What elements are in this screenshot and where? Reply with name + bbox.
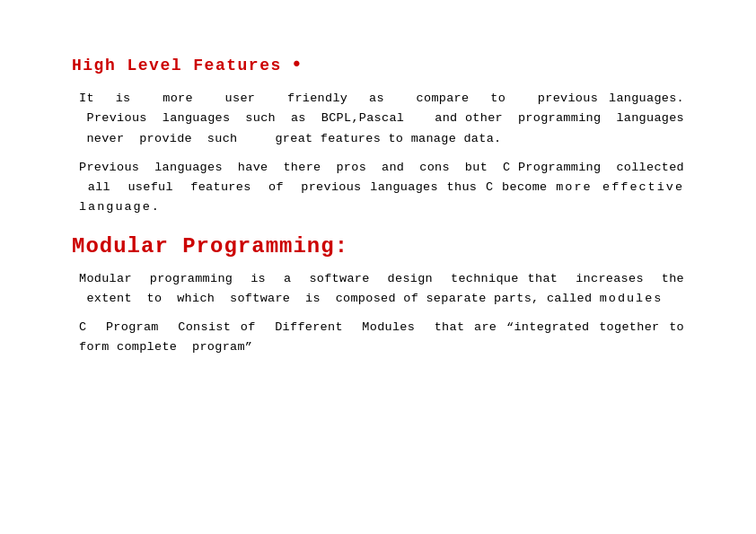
section2-paragraph2: C Program Consist of Different Modules t…	[79, 318, 684, 358]
section1-bullet: •	[291, 54, 303, 76]
section1-heading: High Level Features •	[72, 54, 684, 76]
section2-paragraph1: Modular programming is a software design…	[79, 269, 684, 310]
page-container: High Level Features • It is more user fr…	[0, 0, 756, 534]
section2-paragraph2-block: C Program Consist of Different Modules t…	[72, 318, 684, 358]
section2-heading: Modular Programming:	[72, 234, 684, 258]
section1-paragraph2: Previous languages have there pros and c…	[79, 158, 684, 218]
section2-title: Modular Programming:	[72, 234, 348, 258]
section1-paragraph2-block: Previous languages have there pros and c…	[72, 158, 684, 218]
section1-paragraph1: It is more user friendly as compare to p…	[79, 89, 684, 149]
section1-title: High Level Features	[72, 57, 282, 74]
section1-paragraph1-block: It is more user friendly as compare to p…	[72, 89, 684, 149]
section2-paragraph1-block: Modular programming is a software design…	[72, 269, 684, 310]
